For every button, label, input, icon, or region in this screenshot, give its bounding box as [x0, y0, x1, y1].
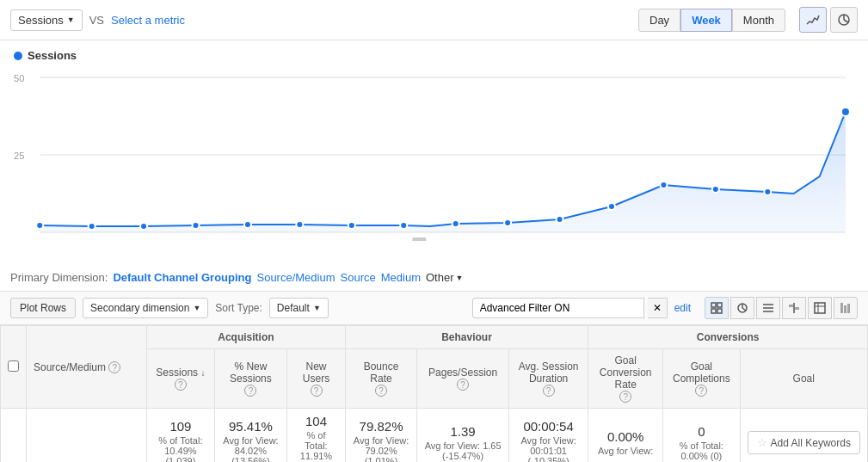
plot-rows-button[interactable]: Plot Rows [10, 298, 76, 318]
svg-point-21 [660, 182, 667, 188]
pct-new-sessions-help[interactable]: ? [244, 385, 256, 397]
dim-link-default-channel[interactable]: Default Channel Grouping [113, 271, 251, 284]
sessions-label: Sessions [18, 14, 64, 27]
legend-dot [14, 52, 22, 60]
avg-session-value: 00:00:54 [516, 419, 581, 434]
view-compare-button[interactable] [782, 297, 806, 319]
svg-text:25: 25 [14, 151, 24, 161]
goal-conv-rate-help[interactable]: ? [619, 391, 631, 403]
bounce-rate-help[interactable]: ? [375, 385, 387, 397]
top-controls: Sessions ▼ VS Select a metric Day Week M… [0, 0, 868, 40]
totals-goal-conv-rate-cell: 0.00% Avg for View: [588, 409, 663, 463]
totals-goal-cell: ☆ Add All Keywords [740, 409, 867, 463]
star-icon: ☆ [757, 436, 767, 449]
svg-text:50: 50 [14, 73, 24, 83]
behaviour-header: Behaviour [345, 326, 588, 349]
month-button[interactable]: Month [732, 9, 785, 32]
bounce-rate-value: 79.82% [353, 419, 409, 434]
sessions-dropdown[interactable]: Sessions ▼ [10, 9, 83, 31]
sessions-help[interactable]: ? [175, 379, 187, 391]
custom-icon [840, 302, 852, 314]
goal-completions-sub: % of Total: 0.00% (0) [670, 440, 732, 461]
sessions-sort-arrow: ↓ [200, 368, 205, 378]
view-list-button[interactable] [756, 297, 780, 319]
view-grid-button[interactable] [705, 297, 729, 319]
pages-session-sub: Avg for View: 1.65 (-15.47%) [424, 440, 502, 461]
pct-new-sessions-value: 95.41% [222, 419, 280, 434]
sort-type-value: Default [277, 302, 310, 314]
pct-new-sessions-sub: Avg for View: 84.02% (13.56%) [222, 435, 280, 462]
advanced-filter-input[interactable] [472, 298, 644, 318]
svg-point-23 [764, 188, 771, 195]
view-custom-button[interactable] [834, 297, 858, 319]
pie-chart-icon [837, 13, 851, 27]
chart-legend: Sessions [14, 49, 854, 62]
sessions-col-header: Sessions ↓ ? [147, 349, 215, 409]
dim-other-chevron: ▼ [456, 274, 464, 282]
sort-type-dropdown[interactable]: Default ▼ [269, 298, 329, 318]
pages-session-col-header: Pages/Session ? [417, 349, 509, 409]
view-pivot-button[interactable] [808, 297, 832, 319]
totals-pages-session-cell: 1.39 Avg for View: 1.65 (-15.47%) [417, 409, 509, 463]
advanced-filter-clear-button[interactable]: ✕ [648, 298, 668, 318]
select-metric-link[interactable]: Select a metric [111, 14, 185, 27]
pages-session-value: 1.39 [424, 424, 502, 439]
advanced-filter-edit-link[interactable]: edit [674, 302, 691, 314]
svg-rect-35 [711, 309, 716, 313]
pie-chart-button[interactable] [830, 7, 858, 33]
svg-text:▼: ▼ [416, 239, 423, 241]
avg-session-help[interactable]: ? [543, 385, 555, 397]
goal-completions-help[interactable]: ? [695, 385, 707, 397]
svg-rect-51 [847, 304, 850, 313]
avg-session-sub: Avg for View: 00:01:01 (-10.35%) [516, 435, 581, 462]
secondary-dimension-dropdown[interactable]: Secondary dimension ▼ [83, 298, 208, 318]
dim-link-source[interactable]: Source [341, 271, 376, 284]
svg-rect-45 [795, 307, 799, 310]
svg-line-39 [742, 308, 746, 311]
chart-svg: 50 25 [14, 69, 854, 241]
svg-point-16 [400, 222, 407, 229]
svg-point-20 [608, 203, 615, 210]
goal-col-header: Goal [740, 349, 867, 409]
new-users-value: 104 [294, 414, 338, 428]
line-chart-button[interactable] [799, 7, 827, 33]
totals-avg-session-cell: 00:00:54 Avg for View: 00:01:01 (-10.35%… [509, 409, 588, 463]
svg-rect-44 [789, 305, 793, 307]
day-button[interactable]: Day [638, 9, 680, 32]
svg-point-19 [557, 216, 563, 223]
new-users-sub: % of Total: 11.91% (873) [294, 430, 338, 462]
select-all-checkbox[interactable] [8, 360, 19, 372]
checkbox-header [1, 326, 27, 409]
totals-pct-new-sessions-cell: 95.41% Avg for View: 84.02% (13.56%) [214, 409, 286, 463]
svg-marker-8 [40, 112, 846, 232]
svg-rect-49 [840, 303, 843, 313]
sort-type-label: Sort Type: [215, 302, 262, 314]
vs-label: VS [89, 14, 104, 27]
svg-rect-46 [815, 303, 825, 313]
source-medium-help[interactable]: ? [108, 361, 120, 373]
acquisition-header: Acquisition [147, 326, 346, 349]
secondary-dimension-label: Secondary dimension [90, 302, 189, 314]
totals-sessions-cell: 109 % of Total: 10.49% (1,039) [147, 409, 215, 463]
svg-rect-34 [717, 303, 722, 307]
goal-completions-value: 0 [670, 424, 732, 439]
view-pie-button[interactable] [730, 297, 754, 319]
dim-other-dropdown[interactable]: Other ▼ [426, 271, 463, 284]
chart-svg-container: 50 25 [14, 69, 854, 241]
svg-point-9 [36, 222, 43, 229]
chart-area: Sessions 50 25 [0, 40, 868, 264]
new-users-help[interactable]: ? [311, 385, 323, 397]
svg-point-24 [841, 108, 850, 116]
svg-point-22 [712, 186, 719, 193]
pages-session-help[interactable]: ? [457, 379, 469, 391]
dim-link-source-medium[interactable]: Source/Medium [256, 271, 335, 284]
goal-completions-col-header: Goal Completions ? [663, 349, 740, 409]
week-button[interactable]: Week [680, 9, 732, 32]
dim-link-medium[interactable]: Medium [381, 271, 421, 284]
totals-checkbox-cell [1, 409, 27, 463]
add-all-keywords-button[interactable]: ☆ Add All Keywords [748, 431, 860, 454]
conversions-header: Conversions [588, 326, 868, 349]
svg-rect-33 [711, 303, 716, 307]
svg-point-11 [140, 223, 147, 230]
add-keywords-label: Add All Keywords [771, 437, 851, 449]
